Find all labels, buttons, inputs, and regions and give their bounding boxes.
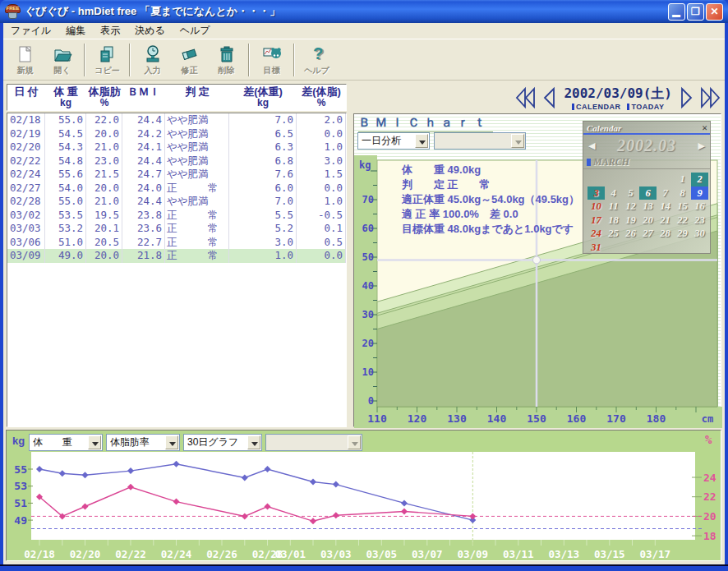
table-row[interactable]: 02/2855.021.024.4やや肥満7.01.0 — [7, 195, 346, 209]
cell: 正 常 — [165, 209, 229, 223]
chevron-down-icon[interactable] — [88, 435, 101, 449]
chevron-down-icon[interactable] — [247, 435, 260, 449]
calendar-day[interactable]: 15 — [674, 200, 691, 214]
svg-text:体 重 49.0kg: 体 重 49.0kg — [401, 163, 481, 176]
calendar-day[interactable]: 14 — [657, 200, 674, 214]
calendar-day[interactable]: 27 — [639, 227, 657, 241]
calendar-day[interactable]: 3 — [587, 186, 605, 200]
toolbar-help-question-button[interactable]: ??ヘルプ — [298, 41, 335, 79]
menu-item[interactable]: ファイル — [3, 22, 58, 39]
series1-select[interactable]: 体 重 — [29, 434, 103, 451]
calendar-day[interactable]: 18 — [605, 214, 622, 228]
series2-select[interactable]: 体脂肪率 — [106, 434, 180, 451]
cell: 6.5 — [229, 127, 297, 141]
table-row[interactable]: 02/2455.621.524.7やや肥満7.61.5 — [7, 168, 346, 182]
calendar-day[interactable]: 7 — [657, 186, 674, 200]
calendar-day[interactable]: 16 — [691, 200, 708, 214]
table-row[interactable]: 02/2054.321.024.1やや肥満6.31.0 — [7, 140, 346, 154]
calendar-day[interactable]: 26 — [622, 227, 639, 241]
calendar-day[interactable]: 17 — [587, 214, 605, 228]
delete-trash-icon — [217, 44, 237, 64]
cell: 21.5 — [86, 168, 122, 182]
svg-text:40: 40 — [362, 280, 374, 292]
maximize-button[interactable]: ❐ — [687, 3, 704, 21]
calendar-day[interactable]: 22 — [674, 214, 691, 228]
prev-day-button[interactable] — [541, 85, 557, 110]
cell: -0.5 — [297, 209, 346, 223]
calendar-day[interactable]: 31 — [587, 241, 605, 255]
kg-axis-label: kg — [12, 435, 25, 447]
calendar-popup-title: Calendar — [587, 123, 621, 133]
calendar-day[interactable]: 4 — [605, 186, 622, 200]
table-row[interactable]: 02/2254.823.024.4やや肥満6.83.0 — [7, 154, 346, 168]
calendar-day[interactable]: 6 — [639, 186, 657, 200]
calendar-day[interactable]: 11 — [605, 200, 622, 214]
cell: やや肥満 — [165, 195, 229, 209]
table-row[interactable]: 03/0949.020.021.8正 常1.00.0 — [7, 249, 346, 263]
trend-panel: 5553514924222018%02/1802/2002/2202/2402/… — [6, 430, 721, 561]
cell: 24.0 — [122, 182, 165, 196]
calendar-day[interactable]: 10 — [587, 200, 605, 214]
menu-item[interactable]: 表示 — [93, 22, 127, 39]
calendar-popup: Calendar × ◀ 2002.03 ▶ MARCH 12345678910… — [583, 121, 711, 254]
analysis-mode-select[interactable]: 一日分析 — [357, 132, 430, 150]
calendar-day[interactable]: 5 — [622, 186, 639, 200]
cell: 03/02 — [7, 209, 45, 223]
calendar-day[interactable]: 13 — [639, 200, 657, 214]
menu-item[interactable]: 編集 — [58, 22, 93, 39]
svg-text:適正体重 45.0kg～54.0kg（49.5kg）: 適正体重 45.0kg～54.0kg（49.5kg） — [401, 193, 579, 205]
calendar-day[interactable]: 23 — [691, 214, 708, 228]
calendar-day[interactable]: 19 — [622, 214, 639, 228]
calendar-day[interactable]: 21 — [657, 214, 674, 228]
chevron-down-icon[interactable] — [415, 134, 428, 148]
fast-backward-button[interactable] — [514, 85, 536, 110]
calendar-day[interactable]: 20 — [639, 214, 657, 228]
chevron-down-icon[interactable] — [165, 435, 178, 449]
extra-select — [265, 434, 362, 451]
calendar-day[interactable]: 30 — [691, 227, 708, 241]
table-row[interactable]: 02/2754.020.024.0正 常6.00.0 — [7, 182, 346, 196]
cell: 51.0 — [45, 236, 86, 250]
fast-forward-button[interactable] — [700, 85, 721, 110]
table-row[interactable]: 02/1855.022.024.4やや肥満7.02.0 — [7, 113, 346, 127]
calendar-day[interactable]: 2 — [691, 173, 708, 186]
toolbar-open-folder-button[interactable]: 開く — [44, 41, 81, 79]
calendar-next-month-icon[interactable]: ▶ — [698, 140, 705, 151]
svg-text:判 定 正 常: 判 定 正 常 — [401, 178, 491, 191]
table-row[interactable]: 03/0353.220.123.6正 常5.20.1 — [7, 222, 346, 236]
calendar-day[interactable]: 9 — [691, 186, 708, 200]
table-row[interactable]: 03/0253.519.523.8正 常5.5-0.5 — [7, 209, 346, 223]
cell: 55.6 — [45, 168, 86, 182]
toolbar-goal-bear-button[interactable]: 目標 — [253, 41, 290, 79]
menu-item[interactable]: ヘルプ — [173, 22, 218, 39]
help-question-icon: ?? — [307, 44, 327, 64]
minimize-button[interactable]: ▬ — [668, 3, 685, 21]
toolbar-separator — [293, 44, 295, 76]
cell: 3.0 — [229, 236, 297, 250]
toolbar-edit-eraser-button[interactable]: 修正 — [171, 41, 208, 79]
calendar-prev-month-icon[interactable]: ◀ — [588, 140, 595, 151]
menu-item[interactable]: 決める — [127, 22, 173, 39]
today-button[interactable]: TOADAY — [627, 103, 664, 111]
input-scale-icon — [143, 44, 163, 64]
calendar-day[interactable]: 25 — [605, 227, 622, 241]
calendar-button[interactable]: CALENDAR — [572, 103, 621, 111]
calendar-day[interactable]: 29 — [674, 227, 691, 241]
calendar-day[interactable]: 24 — [587, 227, 605, 241]
record-table: 日 付 体 重kg体脂肪%ＢＭＩ 判 定 差(体重)kg差(体脂)% 02/18… — [7, 84, 347, 427]
table-row[interactable]: 02/1954.520.024.2やや肥満6.50.0 — [7, 127, 346, 141]
table-row[interactable]: 03/0651.020.522.7正 常3.00.5 — [7, 236, 346, 250]
calendar-day[interactable]: 1 — [674, 173, 691, 186]
toolbar-new-document-button[interactable]: 新規 — [7, 41, 44, 79]
period-select[interactable]: 30日グラフ — [183, 434, 262, 451]
next-day-button[interactable] — [679, 85, 695, 110]
calendar-day[interactable]: 28 — [657, 227, 674, 241]
calendar-day[interactable]: 12 — [622, 200, 639, 214]
toolbar-delete-trash-button[interactable]: 削除 — [208, 41, 245, 79]
toolbar-input-scale-button[interactable]: 入力 — [134, 41, 171, 79]
close-button[interactable]: ✕ — [706, 3, 723, 21]
calendar-close-icon[interactable]: × — [702, 123, 707, 133]
svg-text:70: 70 — [362, 194, 374, 205]
toolbar-copy-button[interactable]: コピー — [89, 41, 126, 79]
calendar-day[interactable]: 8 — [674, 186, 691, 200]
